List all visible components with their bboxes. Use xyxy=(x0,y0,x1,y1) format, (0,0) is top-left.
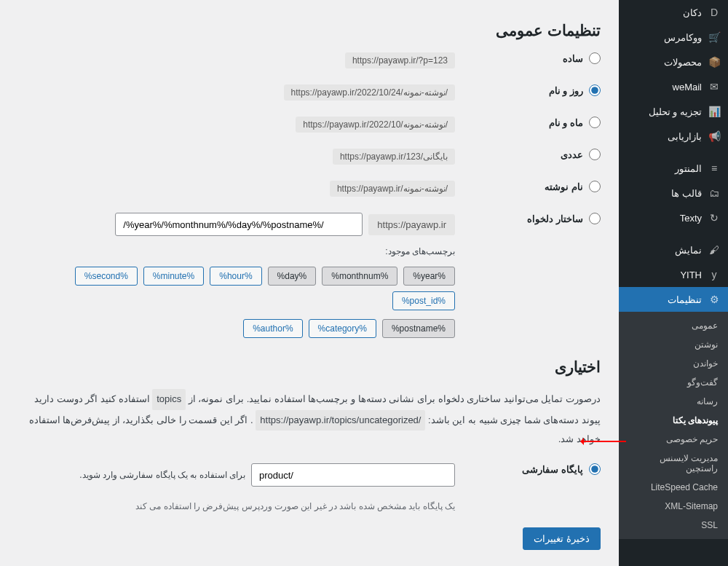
radio-postname[interactable] xyxy=(589,181,601,192)
submenu-litespeed[interactable]: LiteSpeed Cache xyxy=(619,478,728,497)
custom-base-input[interactable] xyxy=(251,463,455,487)
url-monthname: https://payawp.ir/2022/10/نوشته-نمونه/ xyxy=(296,117,455,133)
submenu-privacy[interactable]: حریم خصوصی xyxy=(619,430,728,449)
chart-icon: 📊 xyxy=(708,105,721,118)
sidebar-label: ووکامرس xyxy=(664,32,702,43)
brush-icon: 🖌 xyxy=(708,243,721,256)
radio-numeric[interactable] xyxy=(589,149,601,160)
label-custom-base: پایگاه سفارشی xyxy=(522,464,583,475)
sidebar-label: YITH xyxy=(680,270,702,280)
tag-monthnum[interactable]: %monthnum% xyxy=(322,267,397,286)
submenu-media[interactable]: رسانه xyxy=(619,392,728,411)
elementor-icon: ≡ xyxy=(708,162,721,175)
label-dayname: روز و نام xyxy=(549,85,583,96)
submenu-general[interactable]: عمومی xyxy=(619,316,728,335)
arrow-annotation xyxy=(582,441,626,442)
tag-day[interactable]: %day% xyxy=(268,267,317,286)
optional-description: درصورت تمایل می‌توانید ساختاری دلخواه بر… xyxy=(18,389,601,449)
submenu-license[interactable]: مدیریت لایسنس راستچین xyxy=(619,449,728,478)
main-content: تنظیمات عمومی ساده https://payawp.ir/?p=… xyxy=(0,0,619,566)
tag-hour[interactable]: %hour% xyxy=(210,267,261,286)
submenu-discussion[interactable]: گفت‌وگو xyxy=(619,373,728,392)
sidebar-label: دکان xyxy=(683,7,702,18)
tag-year[interactable]: %year% xyxy=(403,267,455,286)
tag-postname[interactable]: %postname% xyxy=(382,319,455,338)
available-tags-label: برچسب‌های موجود: xyxy=(385,246,455,256)
submenu-writing[interactable]: نوشتن xyxy=(619,335,728,354)
submenu-ssl[interactable]: SSL xyxy=(619,516,728,535)
submenu-xmlsitemap[interactable]: XML-Sitemap xyxy=(619,497,728,516)
megaphone-icon: 📢 xyxy=(708,130,721,143)
sidebar-label: Texty xyxy=(680,213,702,224)
radio-custom-base[interactable] xyxy=(589,463,601,475)
radio-monthname[interactable] xyxy=(589,117,601,128)
url-simple: https://payawp.ir/?p=123 xyxy=(345,52,455,68)
tag-second[interactable]: %second% xyxy=(75,267,138,286)
dokan-icon: D xyxy=(708,6,721,19)
sidebar-item-marketing[interactable]: 📢بازاریابی xyxy=(619,124,728,149)
label-postname: نام نوشته xyxy=(545,181,583,192)
yith-icon: y xyxy=(708,268,721,281)
submenu-reading[interactable]: خواندن xyxy=(619,354,728,373)
sidebar-item-texty[interactable]: ↻Texty xyxy=(619,205,728,230)
label-numeric: عددی xyxy=(561,149,583,160)
sidebar-item-dokan[interactable]: Dدکان xyxy=(619,0,728,25)
tag-postid[interactable]: %post_id% xyxy=(392,291,455,310)
sidebar-label: محصولات xyxy=(664,57,702,68)
custom-base-hint: برای استفاده به یک پایگاه سفارشی وارد شو… xyxy=(79,470,245,480)
sidebar-item-yith[interactable]: yYITH xyxy=(619,262,728,287)
sidebar-label: قالب ها xyxy=(671,188,702,199)
admin-sidebar: Dدکان 🛒ووکامرس 📦محصولات ✉weMail 📊تجزیه و… xyxy=(619,0,728,566)
sidebar-label: تجزیه و تحلیل xyxy=(649,106,702,117)
sidebar-label: نمایش xyxy=(675,245,702,256)
texty-icon: ↻ xyxy=(708,211,721,224)
radio-simple[interactable] xyxy=(589,52,601,64)
sidebar-label: المنتور xyxy=(675,163,702,174)
sidebar-label: تنظیمات xyxy=(668,294,702,305)
folder-icon: 🗂 xyxy=(708,186,721,200)
sidebar-item-wemail[interactable]: ✉weMail xyxy=(619,74,728,99)
sidebar-item-elementor[interactable]: ≡المنتور xyxy=(619,156,728,181)
sidebar-item-analytics[interactable]: 📊تجزیه و تحلیل xyxy=(619,99,728,124)
sidebar-item-woocommerce[interactable]: 🛒ووکامرس xyxy=(619,25,728,50)
gear-icon: ⚙ xyxy=(708,293,721,306)
url-numeric: https://payawp.ir/بایگانی/123 xyxy=(333,149,455,165)
custom-prefix: https://payawp.ir xyxy=(368,214,455,235)
label-custom: ساختار دلخواه xyxy=(527,213,583,224)
tag-author[interactable]: %author% xyxy=(243,319,302,338)
tag-minute[interactable]: %minute% xyxy=(143,267,204,286)
submenu-permalinks[interactable]: پیوندهای یکتا xyxy=(619,411,728,430)
label-monthname: ماه و نام xyxy=(549,117,583,128)
settings-submenu: عمومی نوشتن خواندن گفت‌وگو رسانه پیوندها… xyxy=(619,312,728,539)
sidebar-label: بازاریابی xyxy=(668,131,702,142)
radio-custom[interactable] xyxy=(589,213,601,224)
sidebar-item-settings[interactable]: ⚙تنظیمات xyxy=(619,287,728,312)
optional-title: اختیاری xyxy=(18,358,601,376)
sidebar-item-templates[interactable]: 🗂قالب ها xyxy=(619,181,728,205)
mail-icon: ✉ xyxy=(708,80,721,93)
general-settings-title: تنظیمات عمومی xyxy=(18,22,601,39)
sidebar-label: weMail xyxy=(673,82,702,93)
sidebar-item-products[interactable]: 📦محصولات xyxy=(619,50,728,74)
url-dayname: https://payawp.ir/2022/10/24/نوشته-نمونه… xyxy=(284,84,455,101)
url-postname: https://payawp.ir/نوشته-نمونه/ xyxy=(330,181,455,197)
box-icon: 📦 xyxy=(708,55,721,68)
tag-category[interactable]: %category% xyxy=(309,319,376,338)
label-simple: ساده xyxy=(563,53,583,64)
cart-icon: 🛒 xyxy=(708,31,721,44)
custom-structure-input[interactable] xyxy=(115,213,363,236)
radio-dayname[interactable] xyxy=(589,84,601,96)
custom-base-description: یک پایگاه باید مشخص شده باشد در غیر این … xyxy=(135,501,455,511)
save-changes-button[interactable]: ذخیرهٔ تغییرات xyxy=(523,527,601,550)
sidebar-item-appearance[interactable]: 🖌نمایش xyxy=(619,237,728,262)
